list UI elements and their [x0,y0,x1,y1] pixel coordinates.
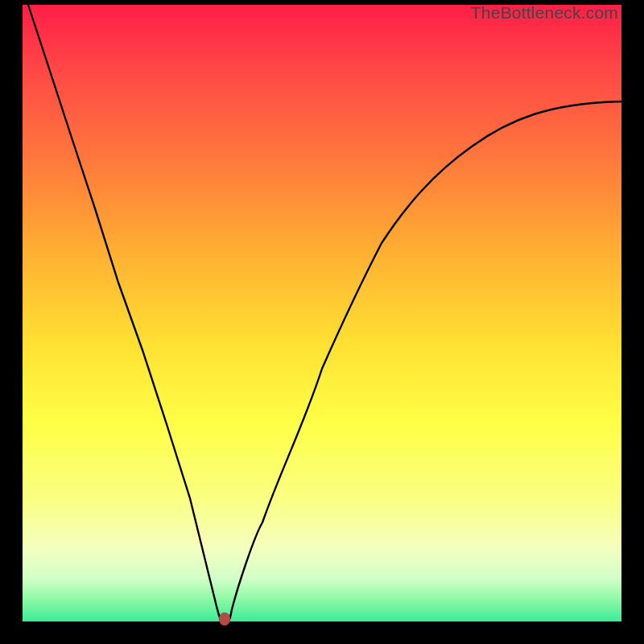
chart-plot-area [23,5,621,621]
watermark-text: TheBottleneck.com [471,3,618,23]
bottleneck-curve [28,5,621,621]
curve-svg [23,5,621,621]
minimum-marker-dot [219,613,230,625]
